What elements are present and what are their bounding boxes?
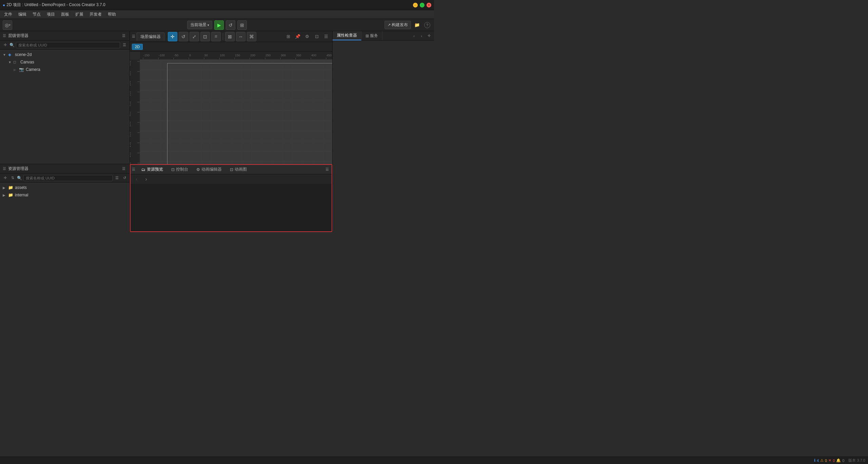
- hierarchy-search-icon: 🔍: [9, 43, 15, 47]
- tree-label-canvas: Canvas: [20, 60, 34, 64]
- services-icon: ⊞: [366, 34, 369, 38]
- tab-asset-preview[interactable]: 🗂 资源预览: [138, 166, 166, 173]
- nav-back-button[interactable]: ‹: [133, 176, 140, 182]
- play-button[interactable]: ▶: [214, 20, 224, 30]
- menu-extend[interactable]: 扩展: [73, 11, 86, 18]
- menu-file[interactable]: 文件: [1, 11, 15, 18]
- tab-properties[interactable]: 属性检查器: [333, 31, 361, 40]
- tree-label-camera: Camera: [26, 67, 40, 72]
- 2d-mode-button[interactable]: 2D: [132, 44, 143, 50]
- svg-text:650: 650: [130, 60, 131, 65]
- assets-menu-button[interactable]: ☰: [121, 166, 127, 172]
- profile-button[interactable]: ◎ ▾: [3, 20, 12, 30]
- tab-animation-graph[interactable]: ⊡ 动画图: [226, 166, 250, 173]
- rect-transform-button[interactable]: ⊠: [225, 32, 235, 41]
- properties-back-button[interactable]: ‹: [411, 33, 417, 39]
- ruler-corner: [130, 52, 140, 60]
- tab-animation-editor[interactable]: ⚙ 动画编辑器: [193, 166, 225, 173]
- assets-add-button[interactable]: ✛: [2, 175, 8, 181]
- console-icon: ⊡: [171, 167, 175, 172]
- close-button[interactable]: ✕: [427, 3, 431, 7]
- assets-search-bar: ✛ ⇅ 🔍 ☰ ↺: [0, 174, 130, 182]
- assets-folder-icon: 📁: [8, 185, 14, 190]
- help-button[interactable]: ?: [423, 21, 431, 29]
- assets-list-toggle[interactable]: ☰: [114, 175, 120, 181]
- refresh-button[interactable]: ↺: [226, 20, 235, 30]
- menu-edit[interactable]: 编辑: [16, 11, 29, 18]
- tab-services[interactable]: ⊞ 服务: [361, 31, 382, 40]
- rect-tool-button[interactable]: ⊡: [200, 32, 210, 41]
- profile-icon: ◎: [5, 22, 9, 28]
- hierarchy-actions: ☰: [121, 33, 127, 39]
- scene-editor-panel-icon: ☰: [132, 34, 135, 39]
- bottom-tabs: ☰ 🗂 资源预览 ⊡ 控制台 ⚙ 动画编辑器 ⊡ 动画图: [131, 165, 332, 174]
- menu-developer[interactable]: 开发者: [87, 11, 104, 18]
- play-icon: ▶: [217, 22, 221, 28]
- scene-dropdown-arrow: ▾: [208, 23, 209, 27]
- internal-folder-icon: 📁: [8, 193, 14, 197]
- menu-bar: 文件 编辑 节点 项目 面板 扩展 开发者 帮助: [0, 10, 434, 19]
- pin-button[interactable]: 📌: [294, 33, 302, 41]
- tool-separator: [223, 33, 223, 40]
- hierarchy-tree: ▼ ◈ scene-2d ▼ □ Canvas ▶ 📷 Camera: [0, 50, 130, 164]
- bottom-panel-menu-button[interactable]: ☰: [324, 167, 330, 173]
- assets-sort-button[interactable]: ⇅: [9, 175, 16, 181]
- move-tool-button[interactable]: ✛: [168, 32, 177, 41]
- build-button[interactable]: ↗ 构建发布: [384, 21, 411, 29]
- anchor-tool-button[interactable]: ⌗: [211, 32, 221, 41]
- services-tab-label: 服务: [370, 33, 378, 39]
- hierarchy-add-button[interactable]: ✛: [2, 42, 8, 48]
- properties-forward-button[interactable]: ›: [418, 33, 425, 39]
- scene-editor-tab[interactable]: 场景编辑器: [137, 33, 164, 41]
- stretch-button[interactable]: ↔: [236, 32, 245, 41]
- scale-tool-button[interactable]: ⤢: [190, 32, 199, 41]
- center-panel: ☰ 场景编辑器 ✛ ↺ ⤢ ⊡ ⌗ ⊠ ↔ ⌘ ⊞ 📌 ⚙ ⊡ ☰: [130, 31, 332, 232]
- tree-item-scene2d[interactable]: ▼ ◈ scene-2d: [0, 51, 130, 58]
- nav-forward-button[interactable]: ›: [143, 176, 150, 182]
- hierarchy-menu-button[interactable]: ☰: [121, 33, 127, 39]
- svg-text:400: 400: [130, 111, 131, 116]
- tree-item-camera[interactable]: ▶ 📷 Camera: [0, 66, 130, 73]
- snap-button[interactable]: ⌘: [247, 32, 256, 41]
- settings-button[interactable]: ⚙: [303, 33, 311, 41]
- tree-arrow-assets: ▶: [3, 186, 7, 190]
- svg-text:100: 100: [220, 54, 225, 57]
- layout-button[interactable]: ⊞: [237, 20, 247, 30]
- minimize-button[interactable]: ─: [413, 3, 418, 7]
- window-controls[interactable]: ─ □ ✕: [413, 3, 431, 7]
- svg-text:450: 450: [130, 101, 131, 106]
- tree-item-assets[interactable]: ▶ 📁 assets: [0, 184, 130, 191]
- view-mode-button[interactable]: ⊞: [284, 33, 292, 41]
- menu-panel[interactable]: 面板: [58, 11, 72, 18]
- toolbar-right: ↗ 构建发布 📁 ?: [384, 21, 431, 29]
- tree-label-scene2d: scene-2d: [15, 52, 32, 57]
- hierarchy-search-input[interactable]: [16, 42, 120, 48]
- folder-button[interactable]: 📁: [413, 21, 421, 29]
- hierarchy-list-toggle[interactable]: ☰: [121, 42, 127, 48]
- title-label: 2D 项目 : Untitled - DemoProject - Cocos C…: [6, 2, 105, 8]
- camera-icon: 📷: [19, 67, 24, 72]
- svg-text:50: 50: [204, 54, 208, 57]
- fullscreen-button[interactable]: ⊡: [313, 33, 321, 41]
- assets-refresh-button[interactable]: ↺: [121, 175, 127, 181]
- svg-text:300: 300: [130, 132, 131, 137]
- menu-node[interactable]: 节点: [30, 11, 43, 18]
- properties-add-button[interactable]: ✛: [426, 33, 432, 39]
- assets-search-input[interactable]: [23, 175, 113, 181]
- rotate-tool-button[interactable]: ↺: [179, 32, 188, 41]
- svg-text:200: 200: [130, 152, 131, 157]
- tree-item-canvas[interactable]: ▼ □ Canvas: [0, 58, 130, 66]
- scene-dropdown[interactable]: 当前场景 ▾: [187, 21, 212, 29]
- menu-help[interactable]: 帮助: [105, 11, 119, 18]
- tree-arrow-canvas: ▼: [8, 60, 12, 64]
- tree-item-internal[interactable]: ▶ 📁 internal: [0, 191, 130, 199]
- svg-text:300: 300: [281, 54, 286, 57]
- tab-console[interactable]: ⊡ 控制台: [168, 166, 192, 173]
- scene-view-tools: ⊞ 📌 ⚙ ⊡ ☰: [284, 33, 330, 41]
- maximize-button[interactable]: □: [420, 3, 425, 7]
- asset-preview-icon: 🗂: [141, 167, 145, 172]
- menu-project[interactable]: 项目: [44, 11, 58, 18]
- scene-menu-button[interactable]: ☰: [322, 33, 330, 41]
- title-bar: ● 2D 项目 : Untitled - DemoProject - Cocos…: [0, 0, 434, 10]
- build-label: 构建发布: [392, 22, 408, 28]
